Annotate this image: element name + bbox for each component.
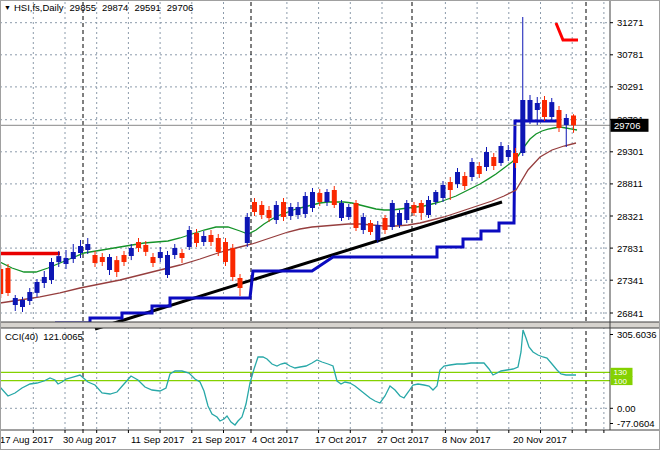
candle-body: [383, 218, 388, 230]
cci-axis-label: 305.6036: [617, 329, 657, 340]
date-axis-label[interactable]: 11 Sep 2017: [131, 434, 184, 445]
price-axis-label: 27341: [617, 275, 643, 286]
candle-body: [520, 100, 525, 153]
price-axis-label: 28321: [617, 211, 643, 222]
candle-body: [368, 223, 373, 232]
candle-body: [71, 252, 76, 259]
candle-body: [506, 150, 511, 157]
candle-body: [441, 185, 446, 198]
date-axis-label[interactable]: 8 Nov 2017: [442, 434, 491, 445]
candle-body: [535, 103, 540, 110]
candle-body: [513, 153, 518, 163]
candle-body: [491, 157, 496, 166]
candle-body: [303, 196, 308, 214]
indicator-name: CCI(40): [5, 331, 38, 342]
candle-body: [549, 102, 554, 117]
symbol-dropdown-icon[interactable]: ▼: [4, 4, 11, 11]
candle-body: [542, 100, 547, 117]
price-axis-label: 31271: [617, 17, 643, 28]
candle-body: [85, 244, 90, 250]
candle-body: [470, 162, 475, 177]
ohlc-high: 29874: [102, 2, 128, 13]
candle-body: [354, 203, 359, 228]
candle-body: [100, 257, 105, 262]
date-axis-label[interactable]: 17 Aug 2017: [0, 434, 53, 445]
candle-body: [477, 166, 482, 174]
candle-body: [64, 258, 69, 264]
candle-body: [158, 252, 163, 258]
candle-body: [35, 282, 40, 293]
candle-body: [361, 217, 366, 230]
ohlc-low: 29591: [134, 2, 160, 13]
candle-body: [528, 100, 533, 120]
candle-body: [564, 118, 569, 125]
date-axis-label[interactable]: 4 Oct 2017: [252, 434, 298, 445]
candle-body: [499, 146, 504, 163]
candle-body: [172, 248, 177, 255]
candle-body: [223, 242, 228, 262]
candle-body: [557, 110, 562, 128]
candle-body: [245, 217, 250, 243]
candle-body: [49, 262, 54, 280]
date-axis-label[interactable]: 20 Nov 2017: [513, 434, 567, 445]
candle-body: [571, 116, 576, 126]
candle-body: [20, 300, 25, 307]
date-axis-label[interactable]: 27 Oct 2017: [377, 434, 429, 445]
candle-body: [274, 205, 279, 220]
candle-body: [484, 152, 489, 167]
candle-body: [267, 210, 272, 218]
ohlc-close: 29706: [167, 2, 193, 13]
candle-body: [129, 248, 134, 256]
cci-axis-label: 0.00: [617, 403, 636, 414]
candle-body: [122, 255, 127, 262]
candle-body: [6, 268, 11, 293]
candle-body: [42, 277, 47, 283]
candle-body: [404, 203, 409, 220]
candle-body: [114, 260, 119, 272]
candle-body: [281, 202, 286, 217]
candle-body: [165, 255, 170, 275]
candle-body: [325, 192, 330, 202]
panel-separator[interactable]: [0, 322, 660, 328]
current-price-tag-text: 29706: [614, 120, 640, 131]
candle-body: [107, 257, 112, 270]
date-axis-label[interactable]: 21 Sep 2017: [192, 434, 246, 445]
candle-body: [93, 255, 98, 263]
candle-body: [209, 235, 214, 242]
candle-body: [143, 245, 148, 252]
price-axis-label: 29301: [617, 146, 643, 157]
price-axis-label: 28811: [617, 178, 643, 189]
candle-body: [412, 205, 417, 213]
candle-body: [136, 242, 141, 248]
candle-body: [230, 248, 235, 277]
candle-body: [433, 192, 438, 202]
candle-body: [296, 207, 301, 215]
candle-body: [332, 190, 337, 205]
candle-body: [455, 172, 460, 184]
candle-body: [252, 202, 257, 212]
candle-body: [194, 233, 199, 243]
cci-level-tag-text: 100: [614, 377, 628, 386]
price-axis-label: 26841: [617, 308, 643, 319]
candle-body: [259, 205, 264, 215]
candle-body: [201, 236, 206, 242]
candle-body: [346, 207, 351, 217]
candle-body: [426, 200, 431, 215]
price-chart-canvas[interactable]: 3127130781302912979129301288112832127831…: [0, 0, 660, 450]
candle-body: [180, 253, 185, 258]
indicator-value: 121.0065: [43, 331, 83, 342]
price-axis-label: 30291: [617, 81, 643, 92]
candle-body: [462, 176, 467, 186]
date-axis-label[interactable]: 30 Aug 2017: [63, 434, 116, 445]
date-axis-label[interactable]: 17 Oct 2017: [315, 434, 367, 445]
candle-body: [151, 257, 156, 263]
indicator-label: CCI(40)121.0065: [5, 331, 83, 342]
candle-body: [317, 193, 322, 202]
candle-body: [78, 246, 83, 253]
cci-axis-label: -77.0604: [617, 418, 655, 429]
candle-body: [216, 238, 221, 252]
ohlc-open: 29855: [70, 2, 96, 13]
candle-body: [187, 230, 192, 247]
trading-chart-window: 3127130781302912979129301288112832127831…: [0, 0, 660, 450]
price-axis-label: 30781: [617, 49, 643, 60]
